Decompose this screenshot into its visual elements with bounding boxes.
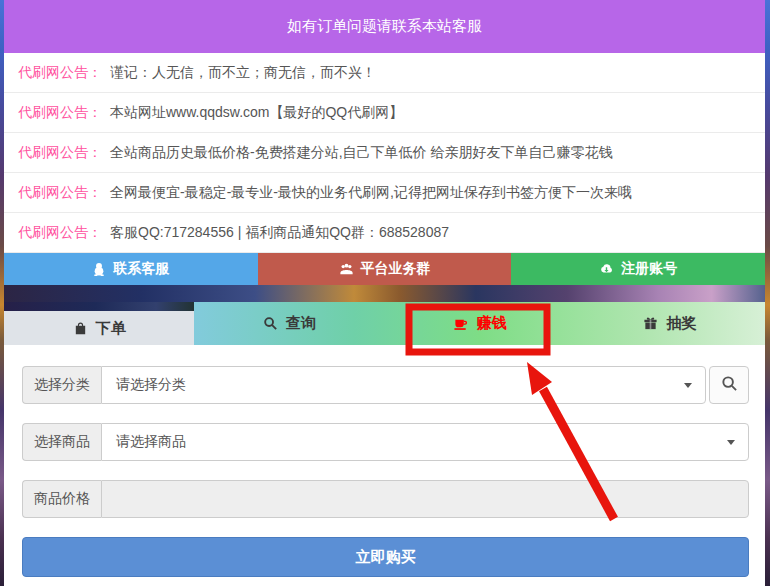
search-icon xyxy=(263,316,278,331)
content-column: 如有订单问题请联系本站客服 代刷网公告： 谨记：人无信，而不立；商无信，而不兴！… xyxy=(4,0,765,586)
price-label: 商品价格 xyxy=(22,480,101,518)
announcement-text: 谨记：人无信，而不立；商无信，而不兴！ xyxy=(110,64,376,82)
announcement-label: 代刷网公告： xyxy=(18,184,102,202)
coffee-cup-icon xyxy=(453,316,469,331)
shopping-bag-icon xyxy=(73,321,88,336)
tab-lottery[interactable]: 抽奖 xyxy=(575,302,765,345)
order-form: 选择分类 请选择分类 选择商品 请选择商品 商 xyxy=(4,345,765,586)
announcement-label: 代刷网公告： xyxy=(18,104,102,122)
category-select[interactable]: 请选择分类 xyxy=(101,366,706,404)
announcement-row: 代刷网公告： 全网最便宜-最稳定-最专业-最快的业务代刷网,记得把网址保存到书签… xyxy=(4,173,765,213)
register-account-button[interactable]: 注册账号 xyxy=(511,253,765,285)
cloud-download-icon xyxy=(599,262,614,276)
announcement-label: 代刷网公告： xyxy=(18,64,102,82)
tab-earn[interactable]: 赚钱 xyxy=(385,302,575,345)
tab-label: 抽奖 xyxy=(666,314,696,333)
page: 如有订单问题请联系本站客服 代刷网公告： 谨记：人无信，而不立；商无信，而不兴！… xyxy=(0,0,770,586)
buy-now-label: 立即购买 xyxy=(356,548,416,567)
tab-label: 下单 xyxy=(96,319,126,338)
product-label: 选择商品 xyxy=(22,423,101,461)
contact-support-button[interactable]: 联系客服 xyxy=(4,253,258,285)
quick-link-label: 联系客服 xyxy=(113,260,169,278)
gift-icon xyxy=(643,316,658,331)
announcement-label: 代刷网公告： xyxy=(18,144,102,162)
category-select-value: 请选择分类 xyxy=(116,376,186,394)
buy-now-button[interactable]: 立即购买 xyxy=(22,537,749,577)
users-group-icon xyxy=(339,262,354,276)
quick-link-label: 平台业务群 xyxy=(361,260,431,278)
product-row: 选择商品 请选择商品 xyxy=(22,423,749,461)
tab-label: 赚钱 xyxy=(477,314,507,333)
tab-bar: 下单 查询 赚钱 抽奖 xyxy=(4,302,765,345)
announcement-text: 本站网址www.qqdsw.com【最好的QQ代刷网】 xyxy=(110,104,403,122)
price-row: 商品价格 xyxy=(22,480,749,518)
announcement-text: 客服QQ:717284556 | 福利商品通知QQ群：688528087 xyxy=(110,224,449,242)
search-button[interactable] xyxy=(709,366,749,404)
tab-order[interactable]: 下单 xyxy=(4,311,194,345)
chevron-down-icon xyxy=(727,440,735,445)
announcement-label: 代刷网公告： xyxy=(18,224,102,242)
platform-group-button[interactable]: 平台业务群 xyxy=(258,253,512,285)
product-select[interactable]: 请选择商品 xyxy=(101,423,749,461)
announcement-text: 全网最便宜-最稳定-最专业-最快的业务代刷网,记得把网址保存到书签方便下一次来哦 xyxy=(110,184,632,202)
quick-links-bar: 联系客服 平台业务群 注册账号 xyxy=(4,253,765,285)
search-icon xyxy=(721,375,738,396)
category-row: 选择分类 请选择分类 xyxy=(22,366,749,404)
announcement-list: 代刷网公告： 谨记：人无信，而不立；商无信，而不兴！ 代刷网公告： 本站网址ww… xyxy=(4,53,765,253)
announcement-row: 代刷网公告： 客服QQ:717284556 | 福利商品通知QQ群：688528… xyxy=(4,213,765,253)
quick-link-label: 注册账号 xyxy=(621,260,677,278)
background-artwork-strip xyxy=(4,285,765,302)
qq-penguin-icon xyxy=(92,262,106,276)
product-select-value: 请选择商品 xyxy=(116,433,186,451)
announcement-row: 代刷网公告： 谨记：人无信，而不立；商无信，而不兴！ xyxy=(4,53,765,93)
price-input xyxy=(101,480,749,518)
announcement-row: 代刷网公告： 本站网址www.qqdsw.com【最好的QQ代刷网】 xyxy=(4,93,765,133)
tab-label: 查询 xyxy=(286,314,316,333)
announcement-row: 代刷网公告： 全站商品历史最低价格-免费搭建分站,自己下单低价 给亲朋好友下单自… xyxy=(4,133,765,173)
tab-query[interactable]: 查询 xyxy=(194,302,384,345)
announcement-text: 全站商品历史最低价格-免费搭建分站,自己下单低价 给亲朋好友下单自己赚零花钱 xyxy=(110,144,612,162)
top-notice-bar: 如有订单问题请联系本站客服 xyxy=(4,0,765,53)
chevron-down-icon xyxy=(684,383,692,388)
category-label: 选择分类 xyxy=(22,366,101,404)
top-notice-text: 如有订单问题请联系本站客服 xyxy=(287,17,482,36)
